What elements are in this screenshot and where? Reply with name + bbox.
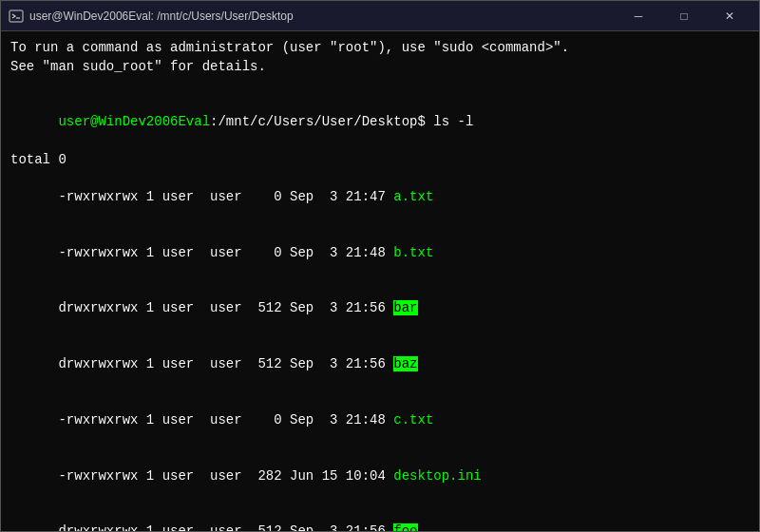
- titlebar-controls: ─ □ ✕: [617, 1, 751, 31]
- minimize-button[interactable]: ─: [617, 1, 660, 31]
- file-row-ctxt: -rwxrwxrwx 1 user user 0 Sep 3 21:48 c.t…: [10, 392, 750, 448]
- command-line-1: user@WinDev2006Eval:/mnt/c/Users/User/De…: [10, 95, 750, 151]
- file-row-desktopini: -rwxrwxrwx 1 user user 282 Jun 15 10:04 …: [10, 448, 750, 504]
- prompt-user-1: user@WinDev2006Eval: [58, 114, 210, 129]
- close-button[interactable]: ✕: [708, 1, 751, 31]
- terminal-body[interactable]: To run a command as administrator (user …: [1, 31, 759, 531]
- total-line: total 0: [10, 151, 750, 170]
- sudo-warning-1: To run a command as administrator (user …: [10, 39, 750, 58]
- blank-line-1: [10, 76, 750, 95]
- file-row-bar: drwxrwxrwx 1 user user 512 Sep 3 21:56 b…: [10, 281, 750, 337]
- prompt-path-1: :/mnt/c/Users/User/Desktop: [210, 114, 417, 129]
- window-title: user@WinDev2006Eval: /mnt/c/Users/User/D…: [29, 10, 294, 23]
- file-row-btxt: -rwxrwxrwx 1 user user 0 Sep 3 21:48 b.t…: [10, 225, 750, 281]
- terminal-icon: [9, 9, 24, 24]
- titlebar: user@WinDev2006Eval: /mnt/c/Users/User/D…: [1, 1, 759, 31]
- sudo-warning-2: See "man sudo_root" for details.: [10, 58, 750, 77]
- maximize-button[interactable]: □: [662, 1, 706, 31]
- terminal-window: user@WinDev2006Eval: /mnt/c/Users/User/D…: [0, 0, 760, 532]
- titlebar-left: user@WinDev2006Eval: /mnt/c/Users/User/D…: [9, 9, 294, 24]
- prompt-dollar-1: $ ls -l: [418, 114, 474, 129]
- file-row-baz: drwxrwxrwx 1 user user 512 Sep 3 21:56 b…: [10, 337, 750, 393]
- file-row-atxt: -rwxrwxrwx 1 user user 0 Sep 3 21:47 a.t…: [10, 169, 750, 225]
- file-row-foo: drwxrwxrwx 1 user user 512 Sep 3 21:56 f…: [10, 504, 750, 531]
